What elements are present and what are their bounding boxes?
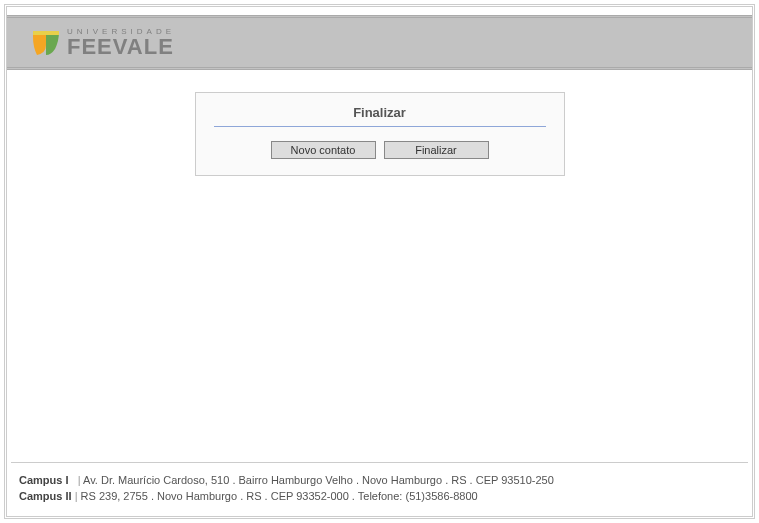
header-bar: UNIVERSIDADE FEEVALE [7,15,752,70]
footer-line-2: Campus II | RS 239, 2755 . Novo Hamburgo… [19,489,740,504]
separator: | [78,474,81,486]
main-content: Finalizar Novo contato Finalizar [7,70,752,176]
finalize-panel: Finalizar Novo contato Finalizar [195,92,565,176]
shield-icon [31,27,61,59]
brand-text: UNIVERSIDADE FEEVALE [67,28,175,58]
panel-title: Finalizar [214,105,546,127]
app-frame: UNIVERSIDADE FEEVALE Finalizar Novo cont… [4,4,755,519]
separator: | [75,490,78,502]
campus1-label: Campus I [19,474,69,486]
finalizar-button[interactable]: Finalizar [384,141,489,159]
novo-contato-button[interactable]: Novo contato [271,141,376,159]
footer: Campus I | Av. Dr. Maurício Cardoso, 510… [11,462,748,512]
footer-line-1: Campus I | Av. Dr. Maurício Cardoso, 510… [19,473,740,488]
brand-bottom: FEEVALE [67,36,175,58]
campus2-text: RS 239, 2755 . Novo Hamburgo . RS . CEP … [81,490,478,502]
campus1-text: Av. Dr. Maurício Cardoso, 510 . Bairro H… [83,474,554,486]
campus2-label: Campus II [19,490,72,502]
button-row: Novo contato Finalizar [214,141,546,159]
brand-logo: UNIVERSIDADE FEEVALE [31,27,175,59]
